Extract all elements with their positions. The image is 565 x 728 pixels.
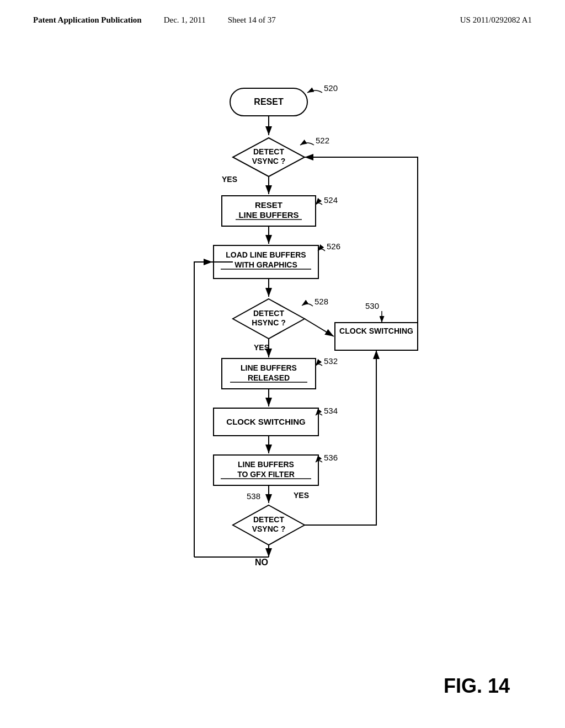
lb-gfx-label1: LINE BUFFERS bbox=[238, 460, 294, 469]
arrow-528-530 bbox=[305, 319, 334, 336]
ref-520-arrow bbox=[307, 90, 322, 93]
feedback-530-522 bbox=[305, 157, 418, 336]
ref-532: 532 bbox=[324, 356, 338, 366]
reset-label: RESET bbox=[254, 97, 284, 106]
detect-vsync-label2: VSYNC ? bbox=[252, 157, 286, 165]
lb-released-label1: LINE BUFFERS bbox=[241, 363, 297, 372]
detect-hsync-label2: HSYNC ? bbox=[252, 318, 285, 327]
clock-switching-530-label1: CLOCK SWITCHING bbox=[339, 326, 413, 335]
detect-vsync2-label2: VSYNC ? bbox=[252, 524, 286, 533]
reset-lb-label1: RESET bbox=[255, 200, 282, 210]
ref-536: 536 bbox=[324, 453, 338, 462]
ref-520: 520 bbox=[324, 83, 338, 93]
lb-released-label2: RELEASED bbox=[248, 373, 290, 382]
ref-524-arrow bbox=[316, 203, 322, 205]
sheet-number: Sheet 14 of 37 bbox=[228, 15, 276, 25]
detect-hsync-label1: DETECT bbox=[253, 309, 284, 318]
no-label-538: NO bbox=[255, 558, 268, 567]
ref-522-arrow bbox=[300, 143, 314, 145]
patent-number: US 2011/0292082 A1 bbox=[460, 15, 532, 25]
load-lb-label1: LOAD LINE BUFFERS bbox=[226, 250, 306, 259]
yes-label-522: YES bbox=[222, 175, 237, 184]
detect-vsync-label1: DETECT bbox=[253, 147, 284, 156]
ref-530: 530 bbox=[365, 301, 379, 311]
yes-label-528: YES bbox=[254, 343, 269, 352]
flowchart-diagram: RESET 520 DETECT VSYNC ? 522 YES RESET L… bbox=[128, 72, 437, 670]
ref-528-arrow bbox=[302, 304, 313, 306]
reset-lb-label2: LINE BUFFERS bbox=[238, 210, 299, 220]
ref-524: 524 bbox=[324, 195, 338, 205]
publication-title: Patent Application Publication bbox=[33, 15, 142, 25]
figure-label: FIG. 14 bbox=[444, 675, 510, 698]
clock-switching-534-label: CLOCK SWITCHING bbox=[226, 417, 305, 426]
ref-526: 526 bbox=[327, 242, 340, 251]
detect-vsync2-label1: DETECT bbox=[253, 515, 284, 524]
publication-date: Dec. 1, 2011 bbox=[164, 15, 206, 25]
ref-534: 534 bbox=[324, 406, 338, 415]
yes-label-538: YES bbox=[294, 491, 309, 500]
page-header: Patent Application Publication Dec. 1, 2… bbox=[0, 0, 565, 25]
ref-538: 538 bbox=[247, 491, 260, 501]
ref-528: 528 bbox=[315, 297, 328, 306]
ref-532-arrow bbox=[316, 364, 322, 366]
lb-gfx-label2: TO GFX FILTER bbox=[237, 470, 295, 479]
load-lb-label2: WITH GRAPHICS bbox=[234, 260, 297, 269]
flowchart-svg: RESET 520 DETECT VSYNC ? 522 YES RESET L… bbox=[128, 72, 437, 667]
ref-522: 522 bbox=[316, 136, 329, 145]
